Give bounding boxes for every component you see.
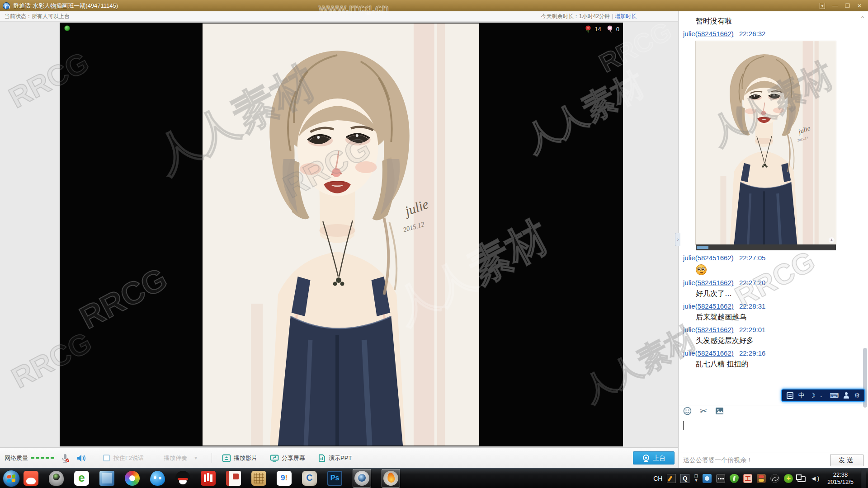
show-desktop-button[interactable] xyxy=(861,469,866,488)
message-time: 22:27:05 xyxy=(739,254,765,262)
sender-name[interactable]: julie xyxy=(683,349,695,357)
language-indicator[interactable]: CH xyxy=(653,475,662,482)
restore-icon[interactable]: ❐ xyxy=(845,3,850,9)
start-button[interactable] xyxy=(3,470,20,487)
ime-keyboard-icon[interactable]: ⌨ xyxy=(830,392,839,399)
toolbar-separator xyxy=(212,453,212,463)
send-button[interactable]: 发送 xyxy=(830,455,863,466)
taskbar-sogou-icon[interactable]: 9! xyxy=(277,471,292,486)
chat-image-thumbnail[interactable] xyxy=(696,41,836,244)
ime-toolbar: 中 ☽ 。 ⌨ ⚙ xyxy=(781,389,865,402)
taskbar-water-drop-icon[interactable] xyxy=(150,471,165,486)
tray-message-icon[interactable] xyxy=(716,474,725,483)
chat-input-area[interactable] xyxy=(679,417,868,452)
microphone-muted-icon[interactable] xyxy=(61,453,70,463)
sender-name[interactable]: julie xyxy=(683,279,695,286)
sender-uin[interactable]: (582451662) xyxy=(695,326,734,333)
play-accompaniment-button[interactable]: 播放伴奏 xyxy=(164,454,187,462)
ime-logo-icon[interactable] xyxy=(787,392,793,399)
sender-name[interactable]: julie xyxy=(683,30,695,38)
taskbar-waffle-icon[interactable] xyxy=(251,471,266,486)
ime-account-icon[interactable] xyxy=(844,392,849,399)
firefox-active-icon xyxy=(383,471,398,486)
close-icon[interactable]: ✕ xyxy=(857,3,862,9)
present-ppt-button[interactable]: 演示PPT xyxy=(318,454,352,462)
sender-uin[interactable]: (582451662) xyxy=(695,302,734,310)
hold-to-talk-button[interactable]: 按住F2说话 xyxy=(113,454,144,462)
sender-uin[interactable]: (582451662) xyxy=(695,30,734,38)
sender-uin[interactable]: (582451662) xyxy=(695,349,734,357)
ime-language-mode-icon[interactable]: 中 xyxy=(798,392,805,399)
minimize-icon[interactable]: — xyxy=(832,3,838,9)
panel-toggle-icon[interactable]: ▾ xyxy=(820,3,826,9)
webcam-icon xyxy=(642,454,650,462)
tray-satellite-icon[interactable] xyxy=(770,474,779,483)
ime-settings-wrench-icon[interactable]: ⚙ xyxy=(854,392,860,399)
sender-name[interactable]: julie xyxy=(683,326,695,333)
tray-paint-icon[interactable] xyxy=(757,474,766,483)
tray-security-shield-icon[interactable] xyxy=(730,474,739,483)
text-caret xyxy=(683,421,684,430)
taskbar-photoshop-icon[interactable]: Ps xyxy=(327,471,342,486)
emoticon-icon[interactable] xyxy=(683,407,692,415)
taskbar-qq-icon[interactable] xyxy=(175,471,190,486)
image-scrub-bar[interactable]: + xyxy=(696,244,836,250)
share-screen-button[interactable]: 分享屏幕 xyxy=(270,454,305,462)
tray-icbc-icon[interactable]: 工 xyxy=(743,474,752,483)
go-on-stage-button[interactable]: 上台 xyxy=(633,451,675,465)
sender-name[interactable]: julie xyxy=(683,254,695,262)
sender-name[interactable]: julie xyxy=(683,302,695,310)
chat-message-text: 后来就越画越乌 xyxy=(696,313,863,322)
taskbar-browser-e-icon[interactable]: e xyxy=(74,471,89,486)
ime-pen-tray-icon[interactable] xyxy=(667,474,676,483)
ime-fullwidth-moon-icon[interactable]: ☽ xyxy=(810,392,816,399)
taskbar-notebook-icon[interactable] xyxy=(226,471,241,486)
gift-counters: 14 0 xyxy=(584,25,619,33)
taskbar-active-firefox[interactable] xyxy=(382,469,400,488)
video-area: 14 0 xyxy=(0,22,678,447)
chat-message-header: julie(582451662) 22:27:05 xyxy=(683,254,863,262)
video-stage[interactable]: 14 0 xyxy=(60,23,623,446)
current-state-text: 当前状态：所有人可以上台 xyxy=(5,13,70,20)
message-time: 22:29:01 xyxy=(739,326,765,333)
send-image-icon[interactable] xyxy=(715,407,724,415)
chat-image-attachment[interactable]: + xyxy=(696,41,836,250)
ime-punctuation-icon[interactable]: 。 xyxy=(820,392,825,399)
hold-to-talk-checkbox-icon[interactable] xyxy=(103,455,110,461)
taskbar-camera-c-icon[interactable]: C xyxy=(302,471,317,486)
present-ppt-label: 演示PPT xyxy=(329,454,352,462)
window-title: 群通话-水彩人物插画班一期(494711145) xyxy=(13,2,118,10)
rose-gift[interactable]: 14 xyxy=(584,25,601,33)
taskbar-clock[interactable]: 22:38 2015/12/5 xyxy=(827,471,854,486)
share-screen-label: 分享屏幕 xyxy=(282,454,305,462)
remaining-time-text: 今天剩余时长：1小时42分钟 xyxy=(541,13,610,19)
taskbar-yy-icon[interactable] xyxy=(24,471,38,486)
play-movie-button[interactable]: 播放影片 xyxy=(222,454,257,462)
chat-message-header: julie(582451662) 22:27:20 xyxy=(683,279,863,286)
taskbar-software-box-icon[interactable] xyxy=(99,471,114,486)
sender-uin[interactable]: (582451662) xyxy=(695,279,734,286)
tray-antivirus-icon[interactable] xyxy=(784,474,793,483)
speaker-icon[interactable] xyxy=(76,454,86,463)
presence-status-icon xyxy=(64,25,70,31)
image-zoom-icon[interactable]: + xyxy=(829,237,835,243)
taskbar-red-app-icon[interactable] xyxy=(201,471,216,486)
chat-message-list[interactable]: 暂时没有啦 julie(582451662) 22:26:32 + julie(… xyxy=(679,11,868,405)
screenshot-scissors-icon[interactable]: ✂ xyxy=(700,406,707,416)
tray-expand-icon[interactable]: ❐▼ xyxy=(694,474,698,483)
network-tray-icon[interactable] xyxy=(797,476,806,482)
taskbar-pinwheel-browser-icon[interactable] xyxy=(125,471,140,486)
promo-hint-text[interactable]: 送公公婆婆一个倍视亲！ xyxy=(683,456,753,465)
candy-gift[interactable]: 0 xyxy=(606,25,619,33)
volume-tray-icon[interactable]: ◄) xyxy=(810,474,819,483)
taskbar-active-webcam[interactable] xyxy=(353,469,371,488)
chat-bottom-bar: 送公公婆婆一个倍视亲！ 发送 xyxy=(679,452,868,468)
search-q-tray-icon[interactable]: Q xyxy=(680,474,689,483)
add-time-link[interactable]: 增加时长 xyxy=(615,13,637,19)
collapse-arrow-icon: › xyxy=(677,236,679,243)
tray-camera-icon[interactable] xyxy=(703,474,712,483)
chat-collapse-tab[interactable]: › xyxy=(675,233,680,246)
accompaniment-dropdown-icon[interactable]: ▼ xyxy=(193,455,198,460)
taskbar-webcam-app-icon[interactable] xyxy=(49,471,64,486)
sender-uin[interactable]: (582451662) xyxy=(695,254,734,262)
